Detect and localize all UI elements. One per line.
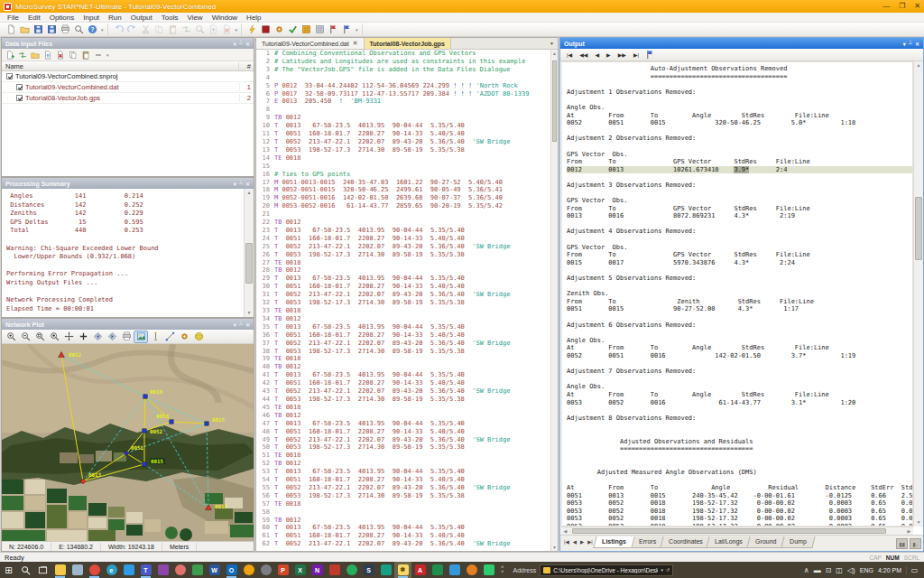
- taskbar-app-outlook[interactable]: O: [223, 562, 240, 578]
- toolbar-overflow-icon[interactable]: ▾: [354, 27, 360, 33]
- panel-menu-icon[interactable]: ▾: [234, 322, 236, 328]
- open-folder-button[interactable]: [29, 49, 42, 61]
- help-button[interactable]: ?: [86, 23, 99, 36]
- language-indicator[interactable]: ENG: [860, 567, 873, 573]
- output-tab-latlongs[interactable]: Lat/Longs: [707, 536, 752, 548]
- output-nav-button[interactable]: |◀: [564, 51, 575, 59]
- flag-red-button[interactable]: [327, 23, 340, 36]
- column-number[interactable]: #: [239, 62, 254, 70]
- zoom-window-button[interactable]: [32, 331, 47, 343]
- address-dropdown-icon[interactable]: ▾: [661, 567, 663, 573]
- view-next-button[interactable]: [105, 331, 119, 343]
- scroll-lock-button[interactable]: ▮↓: [910, 538, 921, 549]
- toolbar-overflow-icon[interactable]: ▾: [99, 27, 106, 33]
- taskbar-app-sublime[interactable]: S: [360, 562, 377, 578]
- stop-processing-button[interactable]: [259, 23, 273, 36]
- output-horizontal-scrollbar[interactable]: ◀ ▶: [561, 527, 913, 535]
- zoom-extents-button[interactable]: [47, 331, 61, 343]
- check-data-button[interactable]: [286, 23, 300, 36]
- menu-tools[interactable]: Tools: [157, 14, 183, 22]
- measure-tool-button[interactable]: [162, 331, 177, 343]
- collapse-button[interactable]: [92, 49, 105, 61]
- inverse-tool-button[interactable]: [177, 331, 191, 343]
- edit-file-button[interactable]: [42, 49, 54, 61]
- flag-blue-button[interactable]: [340, 23, 354, 36]
- delete-button[interactable]: [220, 23, 234, 36]
- taskbar-app-app-mint[interactable]: [343, 562, 360, 578]
- taskbar-app-app-lime[interactable]: [480, 562, 497, 578]
- maximize-button[interactable]: ❐: [899, 0, 905, 13]
- output-nav-button[interactable]: ◀◀: [577, 51, 590, 59]
- toolbar-overflow-icon[interactable]: ▾: [105, 52, 111, 58]
- output-tab-errors[interactable]: Errors: [630, 536, 664, 548]
- paste-file-button[interactable]: [79, 49, 92, 61]
- tray-network-icon[interactable]: ◫: [836, 566, 843, 574]
- taskbar-app-file-explorer[interactable]: [51, 562, 69, 578]
- print-preview-button[interactable]: [72, 23, 86, 36]
- export-button[interactable]: [207, 23, 220, 36]
- menu-help[interactable]: Help: [242, 14, 265, 22]
- menu-edit[interactable]: Edit: [23, 14, 45, 22]
- taskbar-app-settings[interactable]: [257, 562, 274, 578]
- output-tab-ground[interactable]: Ground: [747, 536, 786, 548]
- tray-display-icon[interactable]: ⊡: [826, 566, 832, 574]
- pan-button[interactable]: [61, 331, 76, 343]
- taskbar-app-onedrive[interactable]: [69, 562, 86, 578]
- network-plot-map[interactable]: 001200160053001500520051001500130017: [2, 344, 254, 541]
- processing-scrollbar[interactable]: ▲ ▼: [244, 189, 254, 317]
- output-tab-dump[interactable]: Dump: [781, 536, 815, 548]
- pause-output-button[interactable]: ▮▮: [896, 538, 908, 549]
- taskbar-app-word[interactable]: W: [206, 562, 223, 578]
- run-adjustment-button[interactable]: [245, 23, 259, 36]
- print-button[interactable]: [59, 23, 72, 36]
- undo-button[interactable]: [112, 23, 125, 36]
- output-nav-button[interactable]: ▶|: [631, 51, 642, 59]
- taskbar-app-acrobat[interactable]: A: [411, 562, 429, 578]
- menu-window[interactable]: Window: [208, 14, 242, 22]
- tab-list-icon[interactable]: ▼: [546, 38, 558, 49]
- center-button[interactable]: [76, 331, 90, 343]
- close-icon[interactable]: ✕: [245, 181, 250, 187]
- column-name[interactable]: Name: [2, 62, 239, 70]
- clock[interactable]: 4:20 PM: [878, 567, 901, 573]
- close-icon[interactable]: ✕: [915, 41, 919, 47]
- notification-center-icon[interactable]: ▭: [906, 566, 919, 574]
- paste-button[interactable]: [166, 23, 180, 36]
- start-button[interactable]: ⊞: [0, 562, 17, 578]
- output-nav-button[interactable]: ▶▶: [615, 51, 629, 59]
- output-tab-listings[interactable]: Listings: [593, 536, 634, 548]
- output-nav-button[interactable]: ▶: [604, 51, 614, 59]
- search-icon[interactable]: [17, 562, 34, 578]
- close-icon[interactable]: ✕: [245, 322, 250, 328]
- taskbar-app-photos[interactable]: [154, 562, 171, 578]
- taskbar-app-app-forest[interactable]: [429, 562, 446, 578]
- redo-button[interactable]: [125, 23, 139, 36]
- station-tool-button[interactable]: [148, 331, 162, 343]
- taskbar-app-chrome[interactable]: [86, 562, 103, 578]
- menu-view[interactable]: View: [182, 14, 207, 22]
- pin-icon[interactable]: ┴: [239, 41, 243, 47]
- listing-grid-button[interactable]: [300, 23, 313, 36]
- close-tab-icon[interactable]: ✕: [353, 40, 358, 47]
- editor-tab[interactable]: Tutorial09-VectorCombined.dat✕: [256, 38, 365, 49]
- output-flag-button[interactable]: [643, 49, 657, 61]
- zoom-out-button[interactable]: [18, 331, 32, 343]
- taskbar-app-edge[interactable]: e: [103, 562, 120, 578]
- menu-file[interactable]: File: [3, 14, 23, 22]
- tray-cloud-icon[interactable]: ▬: [814, 566, 821, 574]
- output-listing[interactable]: Auto-Adjustment Observations Removed ===…: [561, 61, 913, 527]
- import-button[interactable]: [180, 23, 193, 36]
- tree-row[interactable]: Tutorial08-VectorJob.gps2: [2, 93, 254, 104]
- pin-icon[interactable]: ┴: [909, 41, 912, 47]
- toolbar-overflow-icon[interactable]: ▾: [234, 27, 240, 33]
- tray-chevron-icon[interactable]: ∧: [804, 566, 809, 574]
- tree-row[interactable]: Tutorial09-VectorCombined.snproj: [2, 71, 254, 82]
- save-all-button[interactable]: [45, 23, 59, 36]
- reorder-button[interactable]: [16, 49, 29, 61]
- panel-menu-icon[interactable]: ▾: [903, 41, 906, 47]
- taskbar-app-teams[interactable]: T: [137, 562, 154, 578]
- network-point-0012[interactable]: 0012: [59, 352, 82, 358]
- menu-output[interactable]: Output: [126, 14, 157, 22]
- copy-button[interactable]: [152, 23, 166, 36]
- close-icon[interactable]: ✕: [245, 41, 250, 47]
